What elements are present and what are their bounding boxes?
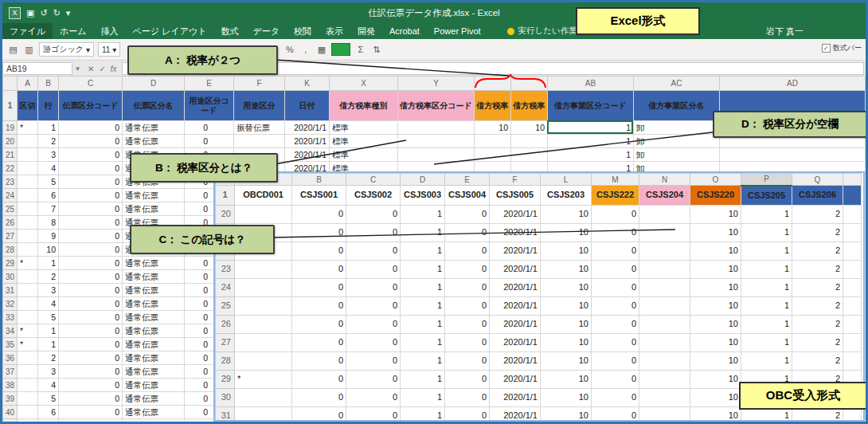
obc-cell-L20[interactable]: 10 — [541, 205, 592, 223]
obc-cell-L22[interactable]: 10 — [541, 241, 592, 260]
obc-cell-A20[interactable] — [235, 205, 292, 223]
obc-cell-L25[interactable]: 10 — [541, 296, 592, 315]
cell-style-swatch[interactable] — [331, 43, 350, 56]
row-header-35[interactable]: 35 — [3, 338, 18, 351]
cell-B33[interactable]: 5 — [38, 311, 59, 324]
col-header-hidden[interactable] — [475, 77, 511, 91]
obc-cell-E30[interactable]: 0 — [445, 388, 490, 406]
obc-cell-A29[interactable]: * — [235, 370, 292, 388]
cell-B38[interactable]: 4 — [38, 379, 59, 392]
obc-cell-F24[interactable]: 2020/1/1 — [490, 278, 541, 296]
obc-cell-O27[interactable]: 10 — [690, 333, 741, 351]
obc-row-header-28[interactable]: 28 — [216, 351, 235, 370]
header-借方税率[interactable]: 借方税率 — [475, 91, 511, 121]
cell-C23[interactable]: 0 — [59, 175, 123, 189]
obc-cell-M23[interactable]: 0 — [592, 260, 639, 278]
cell-A28[interactable] — [18, 243, 38, 257]
col-header-AD[interactable]: AD — [720, 77, 866, 91]
obc-cell-x20[interactable] — [843, 205, 862, 223]
header-借方税率[interactable]: 借方税率 — [511, 91, 548, 121]
cell-X19[interactable]: 標準 — [330, 121, 398, 135]
header-伝票区分名[interactable]: 伝票区分名 — [123, 91, 185, 121]
cell-x21[interactable] — [511, 148, 548, 162]
row-header-27[interactable]: 27 — [3, 230, 18, 243]
cell-A33[interactable] — [18, 311, 38, 324]
obc-cell-B22[interactable]: 0 — [292, 241, 346, 260]
obc-col-header-E[interactable]: E — [445, 174, 490, 186]
obc-cell-N26[interactable] — [639, 315, 690, 333]
obc-cell-D20[interactable]: 1 — [401, 205, 445, 223]
cell-A26[interactable] — [18, 216, 38, 230]
obc-cell-F20[interactable]: 2020/1/1 — [490, 205, 541, 223]
cell-B31[interactable]: 3 — [38, 284, 59, 297]
obc-cell-B24[interactable]: 0 — [292, 278, 346, 296]
cell-B32[interactable]: 4 — [38, 297, 59, 311]
cell-X21[interactable]: 標準 — [330, 148, 398, 162]
cell-A32[interactable] — [18, 297, 38, 311]
col-header-F[interactable]: F — [234, 77, 285, 91]
row-header-25[interactable]: 25 — [3, 202, 18, 216]
cell-A35[interactable]: * — [18, 338, 38, 351]
cell-x20[interactable] — [475, 135, 511, 148]
obc-cell-Q20[interactable]: 2 — [792, 205, 843, 223]
obc-col-header-C[interactable]: C — [346, 174, 401, 186]
header-借方税率種別[interactable]: 借方税率種別 — [330, 91, 398, 121]
col-header-E[interactable]: E — [185, 77, 234, 91]
row-header-1[interactable]: 1 — [3, 91, 18, 121]
obc-header-CSJS003[interactable]: CSJS003 — [401, 186, 445, 206]
col-header-hidden[interactable] — [511, 77, 548, 91]
cell-B19[interactable]: 1 — [38, 121, 59, 135]
obc-cell-x28[interactable] — [843, 351, 862, 370]
obc-cell-P25[interactable]: 1 — [741, 296, 792, 315]
cell-X20[interactable]: 標準 — [330, 135, 398, 148]
obc-cell-A27[interactable] — [235, 333, 292, 351]
obc-cell-M31[interactable]: 0 — [592, 406, 639, 422]
obc-cell-C23[interactable]: 0 — [346, 260, 401, 278]
obc-cell-C22[interactable]: 0 — [346, 241, 401, 260]
cell-B35[interactable]: 1 — [38, 338, 59, 351]
cell-C32[interactable]: 0 — [59, 297, 123, 311]
obc-cell-C24[interactable]: 0 — [346, 278, 401, 296]
cell-A39[interactable] — [18, 392, 38, 406]
row-header-23[interactable]: 23 — [3, 175, 18, 189]
cell-D30[interactable]: 通常伝票 — [123, 270, 185, 284]
obc-cell-D30[interactable]: 1 — [401, 388, 445, 406]
obc-cell-O25[interactable]: 10 — [690, 296, 741, 315]
ribbon-tab-8[interactable]: 表示 — [319, 23, 350, 39]
obc-cell-L31[interactable]: 10 — [541, 406, 592, 422]
cell-D32[interactable]: 通常伝票 — [123, 297, 185, 311]
obc-cell-C29[interactable]: 0 — [346, 370, 401, 388]
ribbon-tab-4[interactable]: ページ レイアウト — [126, 23, 214, 39]
cell-B21[interactable]: 3 — [38, 148, 59, 162]
row-header-40[interactable]: 40 — [3, 406, 18, 419]
obc-cell-M22[interactable]: 0 — [592, 241, 639, 260]
obc-row-header-20[interactable]: 20 — [216, 205, 235, 223]
obc-col-header-N[interactable]: N — [639, 174, 690, 186]
cell-AC21[interactable]: 卸 — [634, 148, 720, 162]
cell-B20[interactable]: 2 — [38, 135, 59, 148]
obc-col-header-O[interactable]: O — [690, 174, 741, 186]
header-行[interactable]: 行 — [38, 91, 59, 121]
obc-cell-F31[interactable]: 2020/1/1 — [490, 406, 541, 422]
row-header-28[interactable]: 28 — [3, 243, 18, 257]
ribbon-tab-5[interactable]: 数式 — [213, 23, 245, 39]
ribbon-tab-1[interactable]: ファイル — [2, 23, 53, 39]
obc-cell-M30[interactable]: 0 — [592, 388, 639, 406]
obc-cell-F30[interactable]: 2020/1/1 — [490, 388, 541, 406]
obc-cell-P24[interactable]: 1 — [741, 278, 792, 296]
obc-cell-P27[interactable]: 1 — [741, 333, 792, 351]
obc-cell-D22[interactable]: 1 — [401, 241, 445, 260]
obc-cell-E29[interactable]: 0 — [445, 370, 490, 388]
obc-cell-E25[interactable]: 0 — [445, 296, 490, 315]
cell-Y20[interactable] — [398, 135, 475, 148]
obc-cell-M25[interactable]: 0 — [592, 296, 639, 315]
obc-row-header-1[interactable]: 1 — [216, 186, 235, 206]
obc-cell-D31[interactable]: 1 — [401, 406, 445, 422]
obc-cell-N30[interactable] — [639, 388, 690, 406]
cell-A25[interactable] — [18, 202, 38, 216]
undo-icon[interactable]: ↺ — [40, 8, 47, 18]
obc-col-header-hidden[interactable] — [843, 174, 862, 186]
cell-A23[interactable] — [18, 175, 38, 189]
header-借方税率区分コード[interactable]: 借方税率区分コード — [398, 91, 475, 121]
cell-A21[interactable] — [18, 148, 38, 162]
